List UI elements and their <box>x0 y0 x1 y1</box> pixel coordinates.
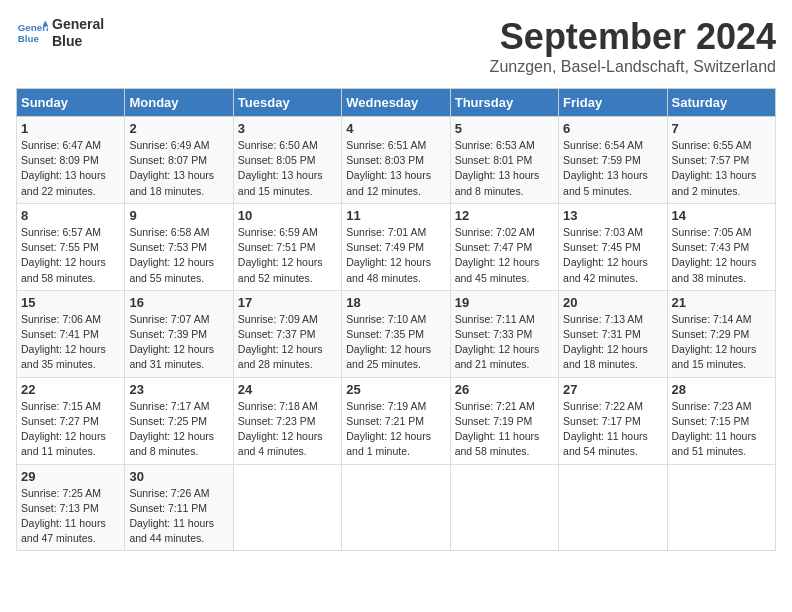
col-saturday: Saturday <box>667 89 775 117</box>
table-row: 13 Sunrise: 7:03 AMSunset: 7:45 PMDaylig… <box>559 203 667 290</box>
day-number: 2 <box>129 121 228 136</box>
table-row: 19 Sunrise: 7:11 AMSunset: 7:33 PMDaylig… <box>450 290 558 377</box>
day-info: Sunrise: 7:02 AMSunset: 7:47 PMDaylight:… <box>455 226 540 284</box>
day-info: Sunrise: 7:01 AMSunset: 7:49 PMDaylight:… <box>346 226 431 284</box>
table-row: 23 Sunrise: 7:17 AMSunset: 7:25 PMDaylig… <box>125 377 233 464</box>
day-info: Sunrise: 6:59 AMSunset: 7:51 PMDaylight:… <box>238 226 323 284</box>
day-info: Sunrise: 7:13 AMSunset: 7:31 PMDaylight:… <box>563 313 648 371</box>
day-number: 20 <box>563 295 662 310</box>
day-number: 16 <box>129 295 228 310</box>
day-info: Sunrise: 7:11 AMSunset: 7:33 PMDaylight:… <box>455 313 540 371</box>
table-row: 21 Sunrise: 7:14 AMSunset: 7:29 PMDaylig… <box>667 290 775 377</box>
calendar-week-row: 1 Sunrise: 6:47 AMSunset: 8:09 PMDayligh… <box>17 117 776 204</box>
day-number: 4 <box>346 121 445 136</box>
table-row: 30 Sunrise: 7:26 AMSunset: 7:11 PMDaylig… <box>125 464 233 551</box>
table-row: 16 Sunrise: 7:07 AMSunset: 7:39 PMDaylig… <box>125 290 233 377</box>
col-friday: Friday <box>559 89 667 117</box>
day-number: 19 <box>455 295 554 310</box>
day-info: Sunrise: 7:07 AMSunset: 7:39 PMDaylight:… <box>129 313 214 371</box>
calendar-week-row: 8 Sunrise: 6:57 AMSunset: 7:55 PMDayligh… <box>17 203 776 290</box>
day-number: 3 <box>238 121 337 136</box>
table-row: 24 Sunrise: 7:18 AMSunset: 7:23 PMDaylig… <box>233 377 341 464</box>
col-tuesday: Tuesday <box>233 89 341 117</box>
table-row: 11 Sunrise: 7:01 AMSunset: 7:49 PMDaylig… <box>342 203 450 290</box>
table-row: 10 Sunrise: 6:59 AMSunset: 7:51 PMDaylig… <box>233 203 341 290</box>
day-number: 14 <box>672 208 771 223</box>
table-row: 18 Sunrise: 7:10 AMSunset: 7:35 PMDaylig… <box>342 290 450 377</box>
day-info: Sunrise: 6:51 AMSunset: 8:03 PMDaylight:… <box>346 139 431 197</box>
col-sunday: Sunday <box>17 89 125 117</box>
day-number: 30 <box>129 469 228 484</box>
location-subtitle: Zunzgen, Basel-Landschaft, Switzerland <box>490 58 776 76</box>
table-row <box>667 464 775 551</box>
table-row: 14 Sunrise: 7:05 AMSunset: 7:43 PMDaylig… <box>667 203 775 290</box>
day-number: 27 <box>563 382 662 397</box>
table-row: 7 Sunrise: 6:55 AMSunset: 7:57 PMDayligh… <box>667 117 775 204</box>
table-row: 20 Sunrise: 7:13 AMSunset: 7:31 PMDaylig… <box>559 290 667 377</box>
table-row: 15 Sunrise: 7:06 AMSunset: 7:41 PMDaylig… <box>17 290 125 377</box>
table-row: 9 Sunrise: 6:58 AMSunset: 7:53 PMDayligh… <box>125 203 233 290</box>
day-info: Sunrise: 7:22 AMSunset: 7:17 PMDaylight:… <box>563 400 648 458</box>
day-info: Sunrise: 7:25 AMSunset: 7:13 PMDaylight:… <box>21 487 106 545</box>
day-info: Sunrise: 7:10 AMSunset: 7:35 PMDaylight:… <box>346 313 431 371</box>
day-number: 9 <box>129 208 228 223</box>
day-number: 17 <box>238 295 337 310</box>
col-monday: Monday <box>125 89 233 117</box>
day-number: 6 <box>563 121 662 136</box>
day-info: Sunrise: 6:54 AMSunset: 7:59 PMDaylight:… <box>563 139 648 197</box>
table-row: 17 Sunrise: 7:09 AMSunset: 7:37 PMDaylig… <box>233 290 341 377</box>
day-number: 21 <box>672 295 771 310</box>
logo-icon: General Blue <box>16 17 48 49</box>
day-number: 13 <box>563 208 662 223</box>
logo-line1: General <box>52 16 104 33</box>
day-info: Sunrise: 6:50 AMSunset: 8:05 PMDaylight:… <box>238 139 323 197</box>
svg-text:Blue: Blue <box>18 33 40 44</box>
day-number: 11 <box>346 208 445 223</box>
col-wednesday: Wednesday <box>342 89 450 117</box>
page-header: General Blue General Blue September 2024… <box>16 16 776 76</box>
day-info: Sunrise: 6:55 AMSunset: 7:57 PMDaylight:… <box>672 139 757 197</box>
col-thursday: Thursday <box>450 89 558 117</box>
day-info: Sunrise: 7:26 AMSunset: 7:11 PMDaylight:… <box>129 487 214 545</box>
day-info: Sunrise: 7:05 AMSunset: 7:43 PMDaylight:… <box>672 226 757 284</box>
day-info: Sunrise: 7:15 AMSunset: 7:27 PMDaylight:… <box>21 400 106 458</box>
table-row: 22 Sunrise: 7:15 AMSunset: 7:27 PMDaylig… <box>17 377 125 464</box>
day-number: 26 <box>455 382 554 397</box>
table-row: 1 Sunrise: 6:47 AMSunset: 8:09 PMDayligh… <box>17 117 125 204</box>
day-number: 8 <box>21 208 120 223</box>
day-info: Sunrise: 7:19 AMSunset: 7:21 PMDaylight:… <box>346 400 431 458</box>
day-number: 18 <box>346 295 445 310</box>
table-row: 5 Sunrise: 6:53 AMSunset: 8:01 PMDayligh… <box>450 117 558 204</box>
day-number: 22 <box>21 382 120 397</box>
calendar-week-row: 29 Sunrise: 7:25 AMSunset: 7:13 PMDaylig… <box>17 464 776 551</box>
day-info: Sunrise: 6:58 AMSunset: 7:53 PMDaylight:… <box>129 226 214 284</box>
day-number: 23 <box>129 382 228 397</box>
day-number: 10 <box>238 208 337 223</box>
day-info: Sunrise: 7:21 AMSunset: 7:19 PMDaylight:… <box>455 400 540 458</box>
day-number: 25 <box>346 382 445 397</box>
table-row <box>342 464 450 551</box>
day-number: 24 <box>238 382 337 397</box>
day-number: 28 <box>672 382 771 397</box>
table-row: 25 Sunrise: 7:19 AMSunset: 7:21 PMDaylig… <box>342 377 450 464</box>
day-number: 15 <box>21 295 120 310</box>
table-row: 28 Sunrise: 7:23 AMSunset: 7:15 PMDaylig… <box>667 377 775 464</box>
calendar-header-row: Sunday Monday Tuesday Wednesday Thursday… <box>17 89 776 117</box>
day-number: 7 <box>672 121 771 136</box>
table-row: 2 Sunrise: 6:49 AMSunset: 8:07 PMDayligh… <box>125 117 233 204</box>
table-row: 29 Sunrise: 7:25 AMSunset: 7:13 PMDaylig… <box>17 464 125 551</box>
logo-line2: Blue <box>52 33 104 50</box>
day-info: Sunrise: 6:47 AMSunset: 8:09 PMDaylight:… <box>21 139 106 197</box>
month-title: September 2024 <box>490 16 776 58</box>
table-row <box>450 464 558 551</box>
table-row <box>559 464 667 551</box>
day-info: Sunrise: 6:53 AMSunset: 8:01 PMDaylight:… <box>455 139 540 197</box>
logo-text: General Blue <box>52 16 104 50</box>
day-number: 1 <box>21 121 120 136</box>
table-row: 8 Sunrise: 6:57 AMSunset: 7:55 PMDayligh… <box>17 203 125 290</box>
day-info: Sunrise: 7:03 AMSunset: 7:45 PMDaylight:… <box>563 226 648 284</box>
table-row: 3 Sunrise: 6:50 AMSunset: 8:05 PMDayligh… <box>233 117 341 204</box>
table-row: 12 Sunrise: 7:02 AMSunset: 7:47 PMDaylig… <box>450 203 558 290</box>
day-number: 29 <box>21 469 120 484</box>
calendar-week-row: 22 Sunrise: 7:15 AMSunset: 7:27 PMDaylig… <box>17 377 776 464</box>
